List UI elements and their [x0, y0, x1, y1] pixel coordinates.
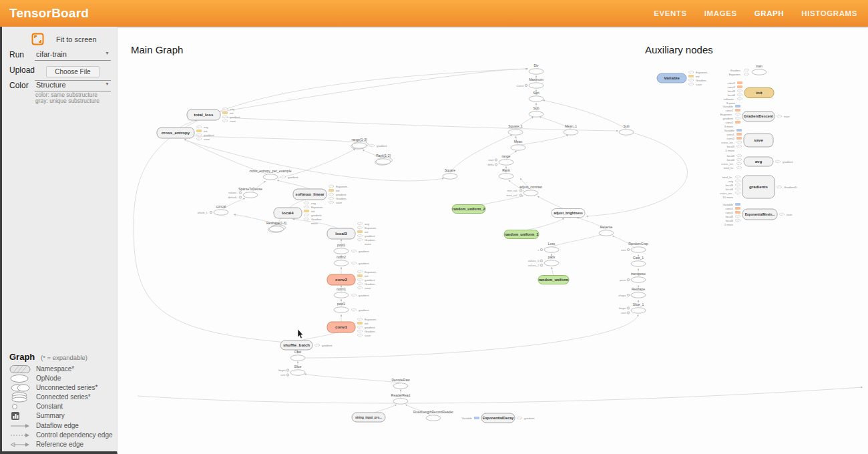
namespace-icon	[9, 365, 36, 374]
node-label: FixedLengthRecordReader	[413, 410, 453, 414]
annotation-chip	[736, 129, 742, 132]
annotation-chip	[357, 234, 362, 237]
op-node-range[interactable]	[499, 160, 513, 165]
annotation-label: Variable	[723, 105, 734, 108]
node-label: range	[502, 154, 511, 158]
op-node-cast-1[interactable]	[631, 261, 646, 266]
annotation-chip	[280, 176, 285, 178]
node-label: Mean_1	[565, 124, 577, 128]
annotation-chip	[736, 137, 742, 140]
graph-edge	[552, 267, 554, 276]
graph-edge	[296, 332, 339, 341]
constant-label: whole_f..	[198, 211, 209, 214]
op-node-mean-1[interactable]	[564, 130, 578, 135]
annotation-label: Variable	[462, 417, 473, 420]
annotation-label: ..5 more	[724, 149, 734, 152]
annotation-chip	[737, 81, 742, 84]
constant-node	[519, 194, 521, 196]
node-label: init	[756, 90, 762, 95]
annotation-label: conv2	[727, 137, 735, 140]
node-label: Maximum	[529, 77, 544, 81]
annotation-chip	[222, 120, 227, 122]
fit-to-screen-button[interactable]: Fit to screen	[31, 33, 97, 45]
op-node-sparsetodense[interactable]	[243, 192, 258, 198]
op-node-pool2[interactable]	[334, 248, 349, 254]
annotation-label: gradient	[322, 344, 333, 347]
annotation-chip	[351, 308, 356, 311]
op-node-less[interactable]	[544, 247, 559, 252]
annotation-chip	[357, 322, 363, 324]
annotation-label: avg	[311, 202, 316, 205]
op-node-decoderaw[interactable]	[393, 383, 408, 389]
op-node-train[interactable]	[752, 69, 767, 75]
annotation-label: gradient	[359, 250, 369, 253]
op-node-mean[interactable]	[511, 145, 525, 150]
graph-edge	[521, 218, 564, 231]
op-node-square[interactable]	[443, 174, 457, 179]
tab-histograms[interactable]: HISTOGRAMS	[801, 9, 857, 17]
top-nav: EVENTS IMAGES GRAPH HISTOGRAMS	[654, 9, 868, 17]
op-node-pack[interactable]	[544, 260, 559, 266]
op-node-cross-entropy-per-example[interactable]	[263, 174, 278, 180]
op-node-range-1-3-[interactable]	[352, 143, 367, 148]
run-select[interactable]: cifar-train ▼	[35, 49, 111, 61]
node-label: random_uniform_2	[453, 207, 485, 211]
tab-events[interactable]: EVENTS	[654, 9, 687, 17]
tab-graph[interactable]: GRAPH	[754, 9, 785, 17]
annotation-chip	[737, 89, 742, 92]
op-node-sqrt[interactable]	[529, 96, 544, 101]
op-node-adjust-contrast[interactable]	[523, 190, 538, 196]
constant-label: max_val..	[507, 194, 519, 197]
annotation-label: 1 more	[724, 223, 734, 226]
annotation-chip	[196, 138, 201, 140]
choose-file-button[interactable]: Choose File	[46, 66, 99, 77]
annotation-label: softmax..	[724, 97, 735, 101]
node-label: softmax_linear	[295, 192, 324, 196]
annotation-chip	[517, 417, 521, 419]
node-label: random_uniform	[539, 278, 569, 282]
op-node-slice-1[interactable]	[631, 308, 646, 313]
node-label: DecodeRaw	[391, 378, 410, 382]
op-node-randomcrop[interactable]	[631, 247, 646, 252]
annotation-label: local4	[726, 219, 734, 222]
node-label: Slice	[294, 365, 302, 369]
constant-label: begin	[619, 306, 626, 310]
graph-canvas[interactable]: total_lossavginitgradientsavecross_entro…	[118, 27, 868, 454]
op-node-reshape[interactable]	[631, 292, 646, 298]
node-label: cross_entropy_per_example	[249, 169, 291, 173]
op-node-norm2[interactable]	[334, 260, 349, 266]
op-node-readerread[interactable]	[393, 399, 408, 404]
op-node-reshape-1-3-[interactable]	[269, 226, 284, 232]
legend-item: Dataflow edge	[9, 421, 79, 430]
annotation-chip	[735, 121, 740, 124]
op-node-cast[interactable]	[290, 355, 305, 361]
op-node-norm1[interactable]	[334, 292, 349, 298]
annotation-label: conv1	[727, 133, 735, 136]
annotation-label: conv1	[726, 207, 734, 210]
op-node-concat[interactable]	[214, 210, 228, 215]
op-node-maximum[interactable]	[529, 83, 544, 88]
node-label: Reshape	[632, 287, 645, 291]
annotation-chip	[736, 162, 741, 165]
annotation-chip	[777, 115, 781, 118]
op-node-rank[interactable]	[499, 174, 513, 179]
constant-label: values_2	[528, 264, 539, 267]
op-node-pool1[interactable]	[334, 307, 349, 312]
op-node-square-1[interactable]	[508, 130, 523, 135]
op-node-div[interactable]	[529, 69, 544, 74]
op-node-rank-1-2-[interactable]	[376, 159, 391, 164]
legend-item: Constant	[9, 402, 63, 411]
tab-images[interactable]: IMAGES	[704, 9, 737, 17]
annotation-label: init	[365, 322, 369, 325]
run-select-value: cifar-train	[36, 50, 67, 58]
op-node-reverse[interactable]	[599, 230, 614, 236]
color-select[interactable]: Structure ▼	[35, 79, 111, 91]
op-node-sub[interactable]	[529, 111, 544, 117]
op-node-transpose[interactable]	[631, 277, 646, 282]
op-node-fixedlengthrecordreader[interactable]	[426, 415, 441, 421]
annotation-label: more	[311, 222, 318, 225]
node-label: Cast_1	[633, 256, 644, 260]
op-node-slice[interactable]	[290, 370, 305, 375]
annotation-label: local4	[726, 188, 734, 191]
op-node-sub[interactable]	[619, 130, 634, 135]
